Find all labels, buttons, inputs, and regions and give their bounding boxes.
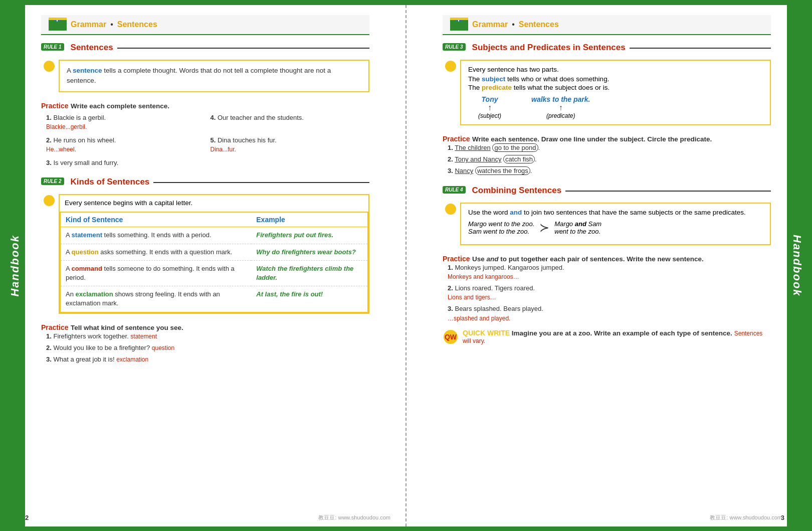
rule3-line2: The subject tells who or what does somet…	[468, 75, 763, 83]
example-statement: Firefighters put out fires.	[251, 227, 368, 244]
header-bullet-right: •	[512, 20, 515, 29]
kind-exclamation: An exclamation shows strong feeling. It …	[60, 286, 251, 312]
combining-example: Margo went to the zoo. Sam went to the z…	[468, 220, 763, 235]
yellow-dot-rule1	[44, 61, 55, 72]
rule1-item1: 1. Blackie is a gerbil. Blackie...gerbil…	[46, 113, 206, 131]
table-row-command: A command tells someone to do something.…	[60, 260, 368, 286]
book-icon-right	[450, 18, 468, 32]
rule2-title: Kinds of Sentences	[71, 177, 150, 187]
header-grammar-left: Grammar	[71, 20, 106, 29]
book-spread: Handbook Grammar • Sentences	[5, 5, 807, 526]
watermark-right: 教豆豆: www.shudoudou.com	[710, 514, 782, 521]
rule1-item4: 4. Our teacher and the students.	[211, 113, 370, 131]
rule3-practice-label: Practice	[443, 135, 470, 143]
sentence-highlight: sentence	[73, 67, 102, 74]
book-icon-left	[49, 18, 67, 32]
yellow-dot-rule2	[44, 195, 55, 206]
header-bar-left: Grammar • Sentences	[41, 15, 369, 35]
rule2-practice-instruction: Tell what kind of sentence you see.	[71, 324, 183, 331]
demo-predicate: walks to the park.	[531, 95, 590, 103]
rule4-practice-items: 1. Monkeys jumped. Kangaroos jumped. Mon…	[448, 263, 771, 323]
rule1-section: RULE 1 Sentences A sentence tells a comp…	[41, 43, 369, 170]
left-page: Handbook Grammar • Sentences	[5, 5, 407, 526]
rule4-practice-label: Practice	[443, 255, 470, 263]
rule1-text: A sentence tells a complete thought. Wor…	[67, 67, 331, 84]
rule2-section: RULE 2 Kinds of Sentences Every sentence…	[41, 177, 369, 367]
rule2-practice-label: Practice	[41, 323, 68, 331]
page-number-left: 2	[25, 514, 29, 521]
rule3-practice-instruction: Write each sentence. Draw one line under…	[472, 135, 712, 143]
handbook-label-right: Handbook	[790, 235, 803, 297]
example-left2: Sam went to the zoo.	[468, 228, 534, 235]
example-exclamation: At last, the fire is out!	[251, 286, 368, 312]
kind-question: A question asks something. It ends with …	[60, 244, 251, 260]
rule4-badge: RULE 4	[443, 186, 466, 194]
svg-rect-9	[450, 18, 468, 20]
rule3-line1: Every sentence has two parts.	[468, 66, 763, 73]
rule4-box: Use the word and to join two sentences t…	[460, 203, 771, 245]
rule2-intro: Every sentence begins with a capital let…	[60, 195, 368, 209]
rule1-practice-items: 1. Blackie is a gerbil. Blackie...gerbil…	[46, 113, 369, 170]
demo-subject-label: (subject)	[478, 112, 501, 119]
rule3-badge: RULE 3	[443, 43, 466, 51]
kinds-table: Kind of Sentence Example A statement tel…	[60, 212, 368, 312]
rule3-item3: 3. Nancy watches the frogs.	[448, 166, 771, 175]
rule1-practice-label: Practice	[41, 102, 68, 110]
rule4-text: Use the word and to join two sentences t…	[468, 209, 763, 216]
rule1-item2: 2. He runs on his wheel. He...wheel.	[46, 136, 206, 154]
quick-write-icon: QW	[443, 329, 459, 345]
svg-rect-4	[49, 18, 67, 20]
example-right: Margo and Sam	[554, 220, 601, 228]
rule2-item1: 1. Firefighters work together. statement	[46, 332, 369, 341]
svg-text:QW: QW	[445, 333, 457, 341]
rule1-item5: 5. Dina touches his fur. Dina...fur.	[211, 136, 370, 154]
kind-command: A command tells someone to do something.…	[60, 260, 251, 286]
header-bar-right: Grammar • Sentences	[443, 15, 771, 35]
rule4-item3: 3. Bears splashed. Bears played. …splash…	[448, 304, 771, 322]
rule3-line3: The predicate tells what the subject doe…	[468, 84, 763, 91]
arrow-combine: ≻	[539, 221, 549, 235]
quick-write-text: QUICK WRITE Imagine you are at a zoo. Wr…	[463, 329, 771, 344]
rule2-item2: 2. Would you like to be a firefighter? q…	[46, 343, 369, 352]
col2-header: Example	[251, 212, 368, 227]
rule2-practice-items: 1. Firefighters work together. statement…	[46, 332, 369, 365]
quick-write-section: QW QUICK WRITE Imagine you are at a zoo.…	[443, 329, 771, 345]
col1-header: Kind of Sentence	[60, 212, 251, 227]
rule4-item1: 1. Monkeys jumped. Kangaroos jumped. Mon…	[448, 263, 771, 281]
yellow-dot-rule3	[445, 61, 456, 72]
header-sentences-left: Sentences	[117, 20, 157, 29]
handbook-sidebar-left: Handbook	[5, 5, 25, 526]
table-row-exclamation: An exclamation shows strong feeling. It …	[60, 286, 368, 312]
kind-statement: A statement tells something. It ends wit…	[60, 227, 251, 244]
rule1-badge: RULE 1	[41, 43, 64, 51]
demo-sentence: Tony ↑ (subject) walks to the park. ↑ (p…	[478, 95, 763, 119]
quick-write-label: QUICK WRITE	[463, 329, 510, 337]
rule3-item2: 2. Tony and Nancy catch fish.	[448, 155, 771, 164]
rule1-box: A sentence tells a complete thought. Wor…	[59, 60, 369, 92]
rule1-item3: 3. Is very small and furry.	[46, 158, 206, 167]
header-grammar-right: Grammar	[472, 20, 508, 29]
table-row-question: A question asks something. It ends with …	[60, 244, 368, 260]
rule3-title: Subjects and Predicates in Sentences	[472, 43, 626, 53]
quick-write-instruction: Imagine you are at a zoo. Write an examp…	[512, 329, 734, 337]
header-bullet-left: •	[110, 20, 113, 29]
rule1-title: Sentences	[71, 43, 113, 53]
handbook-label-left: Handbook	[9, 235, 22, 297]
rule4-section: RULE 4 Combining Sentences Use the word …	[443, 186, 771, 345]
rule4-title: Combining Sentences	[472, 186, 562, 196]
rule4-practice-instruction: Use and to put together each pair of sen…	[472, 255, 704, 263]
rule2-box: Every sentence begins with a capital let…	[59, 194, 369, 313]
example-left1: Margo went to the zoo.	[468, 220, 534, 228]
example-command: Watch the firefighters climb the ladder.	[251, 260, 368, 286]
demo-subject: Tony	[478, 95, 501, 103]
rule1-practice-instruction: Write each complete sentence.	[71, 102, 169, 110]
example-question: Why do firefighters wear boots?	[251, 244, 368, 260]
table-row-statement: A statement tells something. It ends wit…	[60, 227, 368, 244]
demo-predicate-label: (predicate)	[531, 112, 590, 119]
rule3-section: RULE 3 Subjects and Predicates in Senten…	[443, 43, 771, 179]
yellow-dot-rule4	[445, 204, 456, 215]
watermark-left: 教豆豆: www.shudoudou.com	[318, 514, 390, 521]
handbook-sidebar-right: Handbook	[787, 5, 807, 526]
header-sentences-right: Sentences	[519, 20, 559, 29]
rule4-item2: 2. Lions roared. Tigers roared. Lions an…	[448, 284, 771, 302]
